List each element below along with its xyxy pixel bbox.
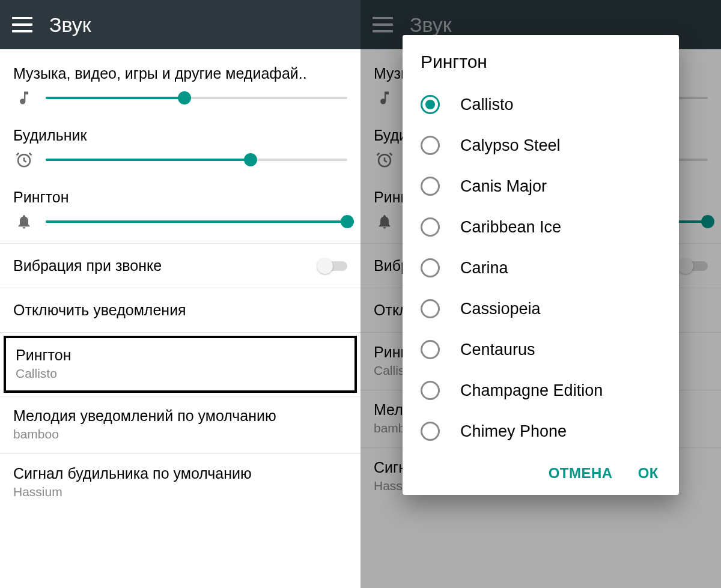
media-volume-slider[interactable] xyxy=(46,89,347,106)
sound-settings-screen: Звук Музыка, видео, игры и другие медиаф… xyxy=(0,0,360,588)
radio-icon xyxy=(421,422,440,441)
dialog-title: Рингтон xyxy=(403,52,679,79)
radio-icon xyxy=(421,136,440,155)
ringtone-selector-row[interactable]: Рингтон Callisto xyxy=(4,336,357,393)
ringtone-option[interactable]: Centaurus xyxy=(403,329,679,370)
ringtone-option-label: Canis Major xyxy=(460,177,547,196)
sound-settings-screen-with-dialog: Звук Музыка, видео, игры и другие медиаф… xyxy=(360,0,721,588)
ringtone-option[interactable]: Calypso Steel xyxy=(403,125,679,166)
vibrate-on-call-row[interactable]: Вибрация при звонке xyxy=(0,244,360,288)
radio-icon xyxy=(421,177,440,196)
ringtone-option-label: Calypso Steel xyxy=(460,136,561,155)
vibrate-label: Вибрация при звонке xyxy=(13,257,162,274)
ringtone-option[interactable]: Canis Major xyxy=(403,166,679,207)
alarm-sound-title: Сигнал будильника по умолчанию xyxy=(13,465,347,482)
ringtone-option[interactable]: Chimey Phone xyxy=(403,411,679,452)
radio-icon xyxy=(421,381,440,400)
divider xyxy=(0,332,360,333)
music-note-icon xyxy=(13,87,35,109)
ringtone-option-label: Cassiopeia xyxy=(460,300,541,318)
ringtone-options-list: CallistoCalypso SteelCanis MajorCaribbea… xyxy=(403,79,679,456)
media-volume-label: Музыка, видео, игры и другие медиафай.. xyxy=(13,65,347,82)
ok-button[interactable]: ОК xyxy=(638,465,659,482)
vibrate-switch[interactable] xyxy=(318,259,347,273)
dialog-actions: ОТМЕНА ОК xyxy=(403,456,679,488)
do-not-disturb-row[interactable]: Отключить уведомления xyxy=(0,288,360,332)
ringtone-option-label: Centaurus xyxy=(460,341,535,359)
alarm-sound-row[interactable]: Сигнал будильника по умолчанию Hassium xyxy=(0,454,360,511)
menu-icon[interactable] xyxy=(12,17,32,32)
ringtone-option-label: Callisto xyxy=(460,95,514,114)
bell-icon xyxy=(13,211,35,232)
ringtone-picker-dialog: Рингтон CallistoCalypso SteelCanis Major… xyxy=(403,35,679,495)
cancel-button[interactable]: ОТМЕНА xyxy=(549,465,613,482)
alarm-volume-section: Будильник xyxy=(0,120,360,181)
ringtone-row-title: Рингтон xyxy=(16,347,345,364)
ringtone-volume-slider[interactable] xyxy=(46,213,347,230)
notification-sound-row[interactable]: Мелодия уведомлений по умолчанию bamboo xyxy=(0,396,360,453)
ringtone-row-value: Callisto xyxy=(16,366,345,381)
ringtone-option[interactable]: Caribbean Ice xyxy=(403,207,679,247)
ringtone-option-label: Champagne Edition xyxy=(460,381,603,400)
alarm-clock-icon xyxy=(13,149,35,171)
radio-icon xyxy=(421,258,440,277)
dnd-label: Отключить уведомления xyxy=(13,302,186,319)
ringtone-option[interactable]: Champagne Edition xyxy=(403,370,679,411)
notification-sound-value: bamboo xyxy=(13,427,347,441)
ringtone-option[interactable]: Cassiopeia xyxy=(403,288,679,329)
alarm-volume-slider[interactable] xyxy=(46,151,347,168)
ringtone-option-label: Chimey Phone xyxy=(460,422,567,441)
ringtone-option-label: Caribbean Ice xyxy=(460,218,561,237)
radio-icon xyxy=(421,299,440,318)
app-bar: Звук xyxy=(0,0,360,49)
notification-sound-title: Мелодия уведомлений по умолчанию xyxy=(13,407,347,425)
settings-content: Музыка, видео, игры и другие медиафай.. … xyxy=(0,49,360,511)
page-title: Звук xyxy=(49,13,91,37)
ringtone-option-label: Carina xyxy=(460,259,508,277)
alarm-volume-label: Будильник xyxy=(13,127,347,144)
media-volume-section: Музыка, видео, игры и другие медиафай.. xyxy=(0,58,360,120)
radio-icon xyxy=(421,340,440,359)
ringtone-option[interactable]: Callisto xyxy=(403,84,679,125)
ringtone-option[interactable]: Carina xyxy=(403,247,679,288)
radio-icon xyxy=(421,95,440,114)
ringtone-volume-label: Рингтон xyxy=(13,189,347,206)
radio-icon xyxy=(421,217,440,237)
ringtone-volume-section: Рингтон xyxy=(0,181,360,243)
alarm-sound-value: Hassium xyxy=(13,485,347,499)
